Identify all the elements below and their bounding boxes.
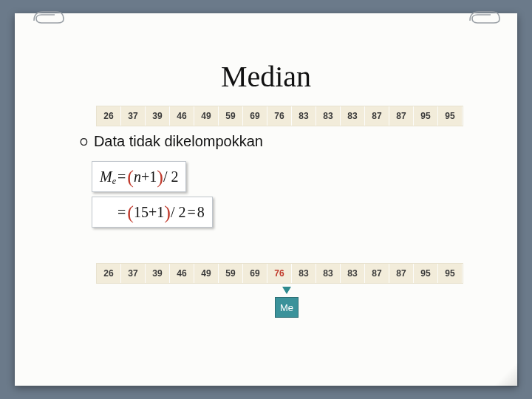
data-cell: 87 — [389, 264, 414, 283]
val-15: 15 — [134, 204, 149, 221]
data-cell: 87 — [365, 264, 389, 283]
data-cell: 49 — [194, 106, 219, 126]
data-strip-bottom: 263739464959697683838387879595 — [96, 263, 463, 284]
corner-shadow — [492, 361, 519, 387]
data-cell: 95 — [414, 106, 438, 126]
eq-sign-3: = — [187, 204, 195, 221]
plus-one: +1 — [141, 168, 157, 185]
data-cell: 95 — [438, 264, 463, 283]
data-cell: 49 — [194, 264, 219, 283]
data-cell: 26 — [97, 264, 121, 283]
data-cell: 76 — [267, 264, 292, 283]
formula-general: Me = (n+1)/ 2 — [92, 161, 186, 192]
paper-clip-right — [467, 10, 501, 24]
paper-clip-left — [31, 10, 65, 24]
data-cell: 83 — [292, 264, 316, 283]
data-cell: 37 — [121, 264, 146, 283]
bullet-text: Data tidak dikelompokkan — [94, 133, 263, 150]
data-strip-top: 263739464959697683838387879595 — [96, 106, 463, 126]
arrow-down-icon — [282, 287, 291, 294]
data-cell: 83 — [341, 264, 365, 283]
formula-substituted: Me = (15+1)/ 2 = 8 — [92, 197, 213, 228]
data-cell: 46 — [170, 106, 194, 126]
data-cell: 59 — [219, 264, 243, 283]
data-cell: 76 — [267, 106, 292, 126]
eq-sign: = — [117, 168, 126, 185]
data-cell: 39 — [146, 264, 170, 283]
data-cell: 83 — [341, 106, 365, 126]
data-cell: 83 — [316, 106, 341, 126]
data-cell: 69 — [243, 264, 267, 283]
data-cell: 87 — [365, 106, 389, 126]
data-cell: 26 — [97, 106, 121, 126]
bullet-marker: O — [80, 137, 88, 147]
data-cell: 37 — [121, 106, 146, 126]
data-cell: 95 — [438, 106, 463, 126]
data-cell: 95 — [414, 264, 438, 283]
data-cell: 69 — [243, 106, 267, 126]
data-cell: 83 — [292, 106, 316, 126]
eq-sign-2: = — [117, 204, 126, 221]
median-label-box: Me — [275, 297, 299, 318]
data-cell: 83 — [316, 264, 341, 283]
data-cell: 59 — [219, 106, 243, 126]
sym-sub-e: e — [112, 176, 116, 187]
answer-8: 8 — [197, 204, 205, 221]
sym-M: M — [100, 168, 112, 185]
div-two: / 2 — [163, 168, 179, 185]
data-cell: 39 — [146, 106, 170, 126]
median-indicator: Me — [272, 287, 301, 318]
data-cell: 87 — [389, 106, 414, 126]
var-n: n — [134, 168, 141, 185]
plus-one-2: +1 — [149, 204, 164, 221]
bullet: O Data tidak dikelompokkan — [80, 133, 263, 150]
data-cell: 46 — [170, 264, 194, 283]
page-title: Median — [15, 59, 517, 94]
slide: Median 263739464959697683838387879595 O … — [15, 13, 517, 386]
div-two-2: / 2 — [171, 204, 186, 221]
